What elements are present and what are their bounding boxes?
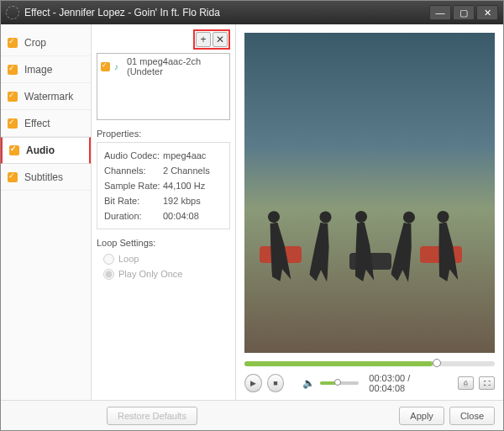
preview-panel: ▶ ■ 🔈 00:03:00 / 00:04:08 ⎙ ⛶	[236, 24, 503, 400]
check-icon	[8, 38, 18, 48]
fullscreen-button[interactable]: ⛶	[479, 376, 495, 390]
tab-label: Crop	[24, 37, 46, 49]
app-icon	[6, 6, 19, 19]
tab-audio[interactable]: Audio	[1, 137, 91, 164]
prop-row: Bit Rate:192 kbps	[104, 193, 223, 208]
tab-label: Watermark	[24, 91, 73, 102]
apply-button[interactable]: Apply	[399, 407, 444, 425]
scene-element	[384, 210, 421, 297]
stop-button[interactable]: ■	[267, 374, 285, 392]
track-list[interactable]: ♪ 01 mpeg4aac-2ch (Undeter	[97, 53, 230, 120]
close-button[interactable]: Close	[449, 407, 495, 425]
scene-element	[428, 210, 461, 297]
minimize-button[interactable]: —	[429, 5, 451, 20]
sidebar: Crop Image Watermark Effect Audio Subtit…	[1, 24, 92, 400]
tab-crop[interactable]: Crop	[1, 29, 91, 56]
footer: Restore Defaults Apply Close	[1, 400, 503, 430]
prop-value: mpeg4aac	[163, 148, 206, 163]
snapshot-button[interactable]: ⎙	[458, 376, 474, 390]
prop-row: Channels:2 Channels	[104, 163, 223, 178]
check-icon	[101, 62, 110, 71]
check-icon	[9, 145, 19, 155]
radio-label: Loop	[118, 251, 139, 266]
volume-fill	[320, 381, 336, 385]
check-icon	[8, 92, 18, 102]
check-icon	[8, 118, 18, 129]
prop-row: Duration:00:04:08	[104, 208, 223, 223]
scene-element	[347, 210, 378, 296]
track-label: 01 mpeg4aac-2ch (Undeter	[127, 56, 226, 76]
loop-radio[interactable]: Loop	[103, 251, 223, 266]
prop-value: 192 kbps	[163, 193, 201, 208]
properties-title: Properties:	[97, 129, 230, 139]
check-icon	[8, 65, 18, 75]
tab-label: Image	[24, 64, 52, 76]
seek-fill	[244, 361, 433, 366]
prop-label: Audio Codec:	[104, 148, 163, 163]
volume-icon[interactable]: 🔈	[302, 377, 315, 389]
volume-slider[interactable]	[320, 381, 360, 385]
scene-element	[302, 210, 336, 297]
video-frame	[244, 33, 495, 353]
seek-bar[interactable]	[244, 361, 495, 366]
prop-label: Bit Rate:	[104, 193, 163, 208]
window-title: Effect - Jennifer Lopez - Goin' In ft. F…	[24, 7, 220, 18]
scene-element	[259, 210, 296, 297]
prop-value: 00:04:08	[163, 208, 199, 223]
close-window-button[interactable]: ✕	[476, 5, 498, 20]
track-item[interactable]: ♪ 01 mpeg4aac-2ch (Undeter	[97, 54, 229, 79]
radio-input[interactable]	[103, 254, 114, 265]
restore-defaults-button[interactable]: Restore Defaults	[107, 407, 197, 425]
play-button[interactable]: ▶	[244, 374, 262, 392]
prop-row: Sample Rate:44,100 Hz	[104, 178, 223, 193]
radio-input[interactable]	[103, 269, 114, 280]
prop-value: 44,100 Hz	[163, 178, 205, 193]
titlebar: Effect - Jennifer Lopez - Goin' In ft. F…	[1, 1, 503, 24]
tab-label: Effect	[24, 118, 50, 129]
video-preview[interactable]	[244, 33, 495, 353]
properties-box: Audio Codec:mpeg4aac Channels:2 Channels…	[97, 142, 230, 229]
tab-watermark[interactable]: Watermark	[1, 83, 91, 110]
audio-panel: + ✕ ♪ 01 mpeg4aac-2ch (Undeter Propertie…	[92, 24, 236, 400]
tab-effect[interactable]: Effect	[1, 110, 91, 137]
tab-label: Subtitles	[24, 171, 63, 183]
tab-image[interactable]: Image	[1, 56, 91, 83]
seek-knob[interactable]	[433, 359, 441, 367]
loop-title: Loop Settings:	[97, 238, 230, 248]
prop-label: Channels:	[104, 163, 163, 178]
radio-label: Play Only Once	[118, 266, 182, 281]
volume-knob[interactable]	[334, 379, 341, 386]
tab-label: Audio	[26, 145, 55, 156]
prop-label: Sample Rate:	[104, 178, 163, 193]
time-display: 00:03:00 / 00:04:08	[369, 373, 443, 393]
tab-subtitles[interactable]: Subtitles	[1, 164, 91, 191]
check-icon	[8, 172, 18, 182]
prop-value: 2 Channels	[163, 163, 210, 178]
player-controls: ▶ ■ 🔈 00:03:00 / 00:04:08 ⎙ ⛶	[244, 373, 495, 393]
add-track-button[interactable]: +	[196, 32, 211, 47]
prop-label: Duration:	[104, 208, 163, 223]
prop-row: Audio Codec:mpeg4aac	[104, 148, 223, 163]
music-note-icon: ♪	[114, 62, 123, 71]
remove-track-button[interactable]: ✕	[213, 32, 228, 47]
maximize-button[interactable]: ▢	[453, 5, 475, 20]
play-once-radio[interactable]: Play Only Once	[103, 266, 223, 281]
